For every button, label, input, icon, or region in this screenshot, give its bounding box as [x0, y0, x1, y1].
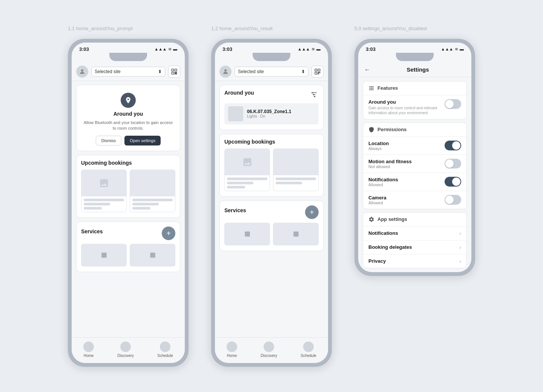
booking-text-1 — [81, 196, 126, 212]
permission-motion-info: Motion and fitness Not allowed — [368, 159, 441, 169]
screen1-booking-grid — [81, 170, 175, 212]
s2-booking-text-1 — [225, 175, 270, 191]
permissions-section-header: Permissions — [363, 123, 466, 137]
screen2-scroll: Around you — [215, 81, 328, 255]
around-you-toggle[interactable] — [445, 99, 461, 109]
screen2-qr-button[interactable] — [311, 66, 324, 78]
svg-rect-1 — [172, 69, 173, 71]
svg-point-20 — [313, 94, 314, 95]
app-settings-label: App settings — [377, 216, 407, 222]
svg-rect-11 — [318, 69, 320, 71]
location-prompt-icon — [121, 93, 136, 108]
placeholder-1 — [84, 199, 124, 201]
screen3-label: 5.0 settings_aroundYou_disabled — [354, 26, 427, 31]
selector-arrow-icon: ⬍ — [158, 69, 162, 74]
screen2-avatar[interactable] — [219, 66, 232, 78]
screen1-nav-home[interactable]: Home — [83, 341, 94, 358]
s2-booking-item-2 — [273, 149, 319, 191]
signal-icon: ▲▲▲ — [154, 47, 167, 51]
permission-location-toggle[interactable] — [445, 141, 461, 150]
around-you-feature-row: Around you Gain access to room control a… — [363, 95, 466, 119]
permission-camera-info: Camera Allowed — [368, 195, 441, 205]
permission-motion-label: Motion and fitness — [368, 159, 441, 164]
battery-icon: ▬ — [173, 47, 177, 51]
wifi-icon: ≋ — [168, 47, 172, 52]
app-settings-booking-label: Booking delegates — [368, 244, 456, 250]
around-you-title: Around you — [224, 90, 254, 96]
prompt-title: Around you — [114, 111, 143, 117]
permission-camera-toggle[interactable] — [445, 195, 461, 205]
around-you-feature-info: Around you Gain access to room control a… — [368, 99, 441, 115]
app-settings-privacy-label: Privacy — [368, 258, 456, 264]
booking-item-2 — [130, 170, 175, 212]
screen1-qr-button[interactable] — [168, 66, 180, 78]
s2-booking-text-2 — [273, 175, 318, 187]
permission-notifications-info: Notifications Allowed — [368, 177, 441, 187]
open-settings-button[interactable]: Open settings — [124, 136, 161, 145]
settings-back-button[interactable]: ← — [364, 66, 370, 73]
service-item-1 — [81, 244, 127, 266]
s2-booking-item-1 — [224, 149, 270, 191]
app-settings-privacy-row[interactable]: Privacy › — [363, 254, 466, 268]
dismiss-button[interactable]: Dismiss — [96, 136, 122, 145]
svg-point-19 — [311, 92, 313, 93]
screen1-avatar[interactable] — [76, 66, 88, 78]
screen1-nav-schedule[interactable]: Schedule — [157, 341, 173, 358]
permission-camera-row: Camera Allowed — [363, 191, 466, 209]
screen2-label: 1.2 home_aroundYou_result — [211, 26, 273, 31]
screen1-nav-discovery[interactable]: Discovery — [117, 341, 134, 358]
features-section: Features Around you Gain access to room … — [363, 81, 467, 119]
screen2-site-selector[interactable]: Selected site ⬍ — [235, 67, 308, 77]
selector-arrow-icon-2: ⬍ — [301, 69, 305, 74]
filter-icon[interactable] — [310, 90, 319, 99]
features-icon — [368, 85, 374, 91]
screen3-status-bar: 3:03 ▲▲▲ ≋ ▬ — [358, 43, 471, 54]
screen2-inner: 3:03 ▲▲▲ ≋ ▬ Selected site ⬍ — [215, 43, 328, 363]
screen2-nav-schedule[interactable]: Schedule — [301, 341, 316, 358]
app-settings-section: App settings Notifications › Bo — [363, 212, 467, 268]
screen1-scroll: Around you Allow Bluetooth and your loca… — [72, 81, 185, 276]
svg-rect-14 — [319, 72, 320, 73]
screen1-fab-button[interactable]: + — [162, 227, 175, 240]
screen1-site-selector[interactable]: Selected site ⬍ — [91, 67, 165, 77]
s2-booking-image-1 — [225, 149, 270, 175]
screen2-time: 3:03 — [222, 46, 232, 52]
home-nav-icon — [83, 341, 94, 352]
permission-notifications-sub: Allowed — [368, 182, 441, 187]
svg-rect-10 — [315, 69, 317, 71]
wifi-icon-3: ≋ — [455, 47, 458, 52]
screen1-services-header: Services + — [81, 227, 175, 240]
booking-image-1 — [81, 170, 126, 196]
features-section-header: Features — [363, 81, 466, 95]
app-settings-notifications-row[interactable]: Notifications › — [363, 227, 466, 240]
prompt-desc: Allow Bluetooth and your location to gai… — [83, 120, 174, 132]
permission-camera-sub: Allowed — [368, 201, 441, 205]
screen1-bottom-nav: Home Discovery Schedule — [72, 337, 185, 363]
discovery-nav-icon — [120, 341, 131, 352]
screen2-fab-button[interactable]: + — [305, 205, 319, 219]
svg-rect-2 — [175, 69, 177, 71]
screen2-bookings-card: Upcoming bookings — [219, 134, 324, 197]
permission-notifications-row: Notifications Allowed — [363, 173, 466, 191]
app-settings-section-header: App settings — [363, 213, 466, 227]
permission-motion-toggle[interactable] — [445, 159, 461, 168]
permission-notifications-toggle[interactable] — [445, 177, 461, 187]
screen2-nav-home[interactable]: Home — [227, 341, 237, 358]
screen2-nav-discovery[interactable]: Discovery — [261, 341, 277, 358]
placeholder-6 — [132, 207, 150, 210]
booking-image-2 — [130, 170, 175, 196]
signal-icon-3: ▲▲▲ — [441, 47, 453, 51]
permission-motion-sub: Not allowed — [368, 164, 441, 169]
screen3-column: 5.0 settings_aroundYou_disabled 3:03 ▲▲▲… — [354, 26, 475, 276]
placeholder-4 — [132, 199, 173, 201]
screen2-around-you-card: Around you — [219, 85, 324, 130]
permission-camera-label: Camera — [368, 195, 441, 201]
around-you-toggle-knob — [445, 100, 454, 108]
svg-rect-3 — [172, 72, 173, 74]
screen2-top-nav: Selected site ⬍ — [215, 63, 328, 81]
screen1-status-bar: 3:03 ▲▲▲ ≋ ▬ — [72, 43, 185, 54]
around-you-feature-desc: Gain access to room control and relevant… — [368, 106, 441, 115]
app-settings-booking-row[interactable]: Booking delegates › — [363, 240, 466, 254]
s2-service-item-2 — [273, 223, 319, 245]
screen3-notch — [396, 53, 434, 61]
